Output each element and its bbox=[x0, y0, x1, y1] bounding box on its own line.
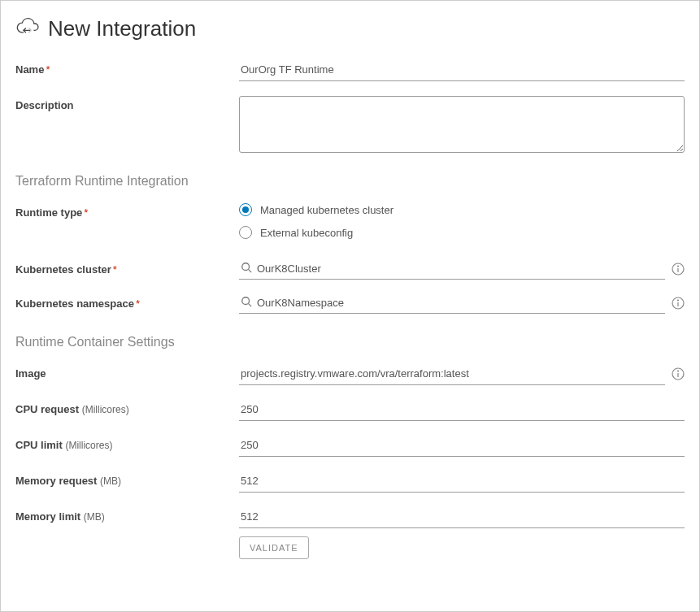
kubernetes-namespace-input[interactable] bbox=[257, 297, 663, 309]
required-asterisk: * bbox=[84, 206, 88, 219]
cpu-limit-input[interactable] bbox=[239, 436, 685, 457]
svg-point-9 bbox=[678, 300, 679, 301]
memory-request-label: Memory request bbox=[15, 475, 97, 487]
cpu-request-unit: (Millicores) bbox=[82, 404, 129, 415]
description-textarea[interactable] bbox=[239, 96, 685, 153]
required-asterisk: * bbox=[46, 63, 50, 76]
kubernetes-namespace-field[interactable] bbox=[239, 294, 665, 314]
svg-point-4 bbox=[678, 266, 679, 267]
memory-request-unit: (MB) bbox=[100, 475, 121, 487]
radio-managed-kubernetes[interactable]: Managed kubernetes cluster bbox=[239, 203, 393, 216]
image-label: Image bbox=[15, 367, 46, 380]
description-label: Description bbox=[15, 99, 74, 111]
memory-limit-label: Memory limit bbox=[15, 510, 80, 523]
radio-external-label: External kubeconfig bbox=[260, 227, 353, 239]
radio-unchecked-icon bbox=[239, 226, 252, 239]
svg-line-6 bbox=[249, 304, 252, 307]
name-label: Name bbox=[15, 63, 44, 76]
kubernetes-cluster-label: Kubernetes cluster bbox=[15, 263, 111, 276]
kubernetes-cluster-input[interactable] bbox=[257, 263, 663, 275]
required-asterisk: * bbox=[136, 297, 140, 310]
runtime-type-label: Runtime type bbox=[15, 206, 82, 219]
runtime-type-radio-group: Managed kubernetes cluster External kube… bbox=[239, 203, 393, 239]
memory-request-input[interactable] bbox=[239, 471, 685, 493]
search-icon bbox=[241, 262, 252, 276]
memory-limit-unit: (MB) bbox=[84, 511, 105, 523]
radio-external-kubeconfig[interactable]: External kubeconfig bbox=[239, 226, 393, 239]
kubernetes-namespace-label: Kubernetes namespace bbox=[15, 297, 134, 310]
svg-point-12 bbox=[678, 371, 679, 371]
svg-line-1 bbox=[249, 270, 252, 273]
search-icon bbox=[241, 296, 252, 310]
memory-limit-input[interactable] bbox=[239, 507, 685, 528]
radio-checked-icon bbox=[239, 203, 252, 216]
info-icon[interactable] bbox=[672, 367, 685, 383]
radio-managed-label: Managed kubernetes cluster bbox=[260, 204, 393, 216]
image-input[interactable] bbox=[239, 364, 665, 385]
cloud-integration-icon bbox=[15, 15, 40, 42]
page-title: New Integration bbox=[48, 16, 196, 41]
svg-point-0 bbox=[242, 263, 250, 271]
section-container-settings: Runtime Container Settings bbox=[15, 335, 685, 349]
required-asterisk: * bbox=[113, 263, 117, 276]
info-icon[interactable] bbox=[672, 297, 685, 312]
page-header: New Integration bbox=[15, 15, 685, 42]
cpu-limit-label: CPU limit bbox=[15, 439, 63, 451]
cpu-limit-unit: (Millicores) bbox=[65, 440, 112, 451]
new-integration-form: New Integration Name* Description Terraf… bbox=[0, 0, 700, 612]
section-runtime-integration: Terraform Runtime Integration bbox=[15, 174, 685, 189]
cpu-request-input[interactable] bbox=[239, 400, 685, 421]
validate-button[interactable]: VALIDATE bbox=[239, 536, 309, 559]
cpu-request-label: CPU request bbox=[15, 403, 79, 415]
svg-point-5 bbox=[242, 297, 250, 305]
kubernetes-cluster-field[interactable] bbox=[239, 260, 665, 280]
info-icon[interactable] bbox=[672, 263, 685, 278]
name-input[interactable] bbox=[239, 60, 685, 81]
